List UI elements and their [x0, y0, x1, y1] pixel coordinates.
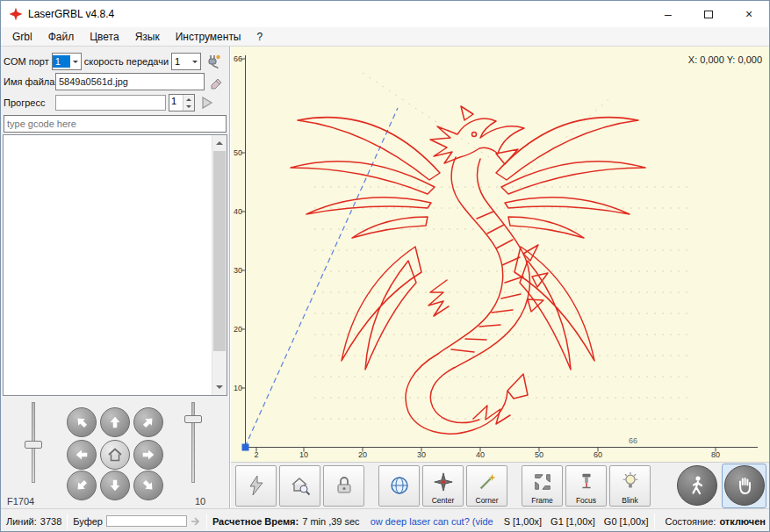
clear-file-button[interactable] — [207, 72, 227, 91]
menu-grbl[interactable]: Grbl — [4, 31, 40, 43]
image-extent-label: 66 — [629, 436, 637, 445]
jog-south-west-button[interactable] — [67, 471, 97, 500]
start-program-button[interactable] — [198, 93, 217, 112]
send-icon — [191, 516, 201, 527]
progress-bar — [55, 95, 166, 111]
jog-home-button[interactable] — [100, 440, 130, 470]
gcode-command-input[interactable] — [4, 115, 227, 133]
ruler-label: 60 — [594, 450, 602, 459]
laser-power-button[interactable] — [235, 465, 277, 507]
chevron-down-icon — [70, 54, 81, 69]
home-icon — [106, 446, 124, 464]
arrow-east-icon — [140, 447, 156, 463]
abort-job-button[interactable] — [724, 465, 765, 506]
frame-button-label: Frame — [522, 496, 562, 505]
baud-rate-label: скорость передачи — [84, 56, 169, 67]
abort-button-wrap — [722, 464, 766, 508]
ruler-label: 40 — [476, 450, 485, 459]
eraser-icon — [209, 74, 225, 90]
compass-icon — [433, 471, 454, 492]
buffer-section: Буфер — [68, 509, 206, 532]
jog-north-west-button[interactable] — [67, 407, 97, 437]
ruler-label: 20 — [234, 325, 242, 334]
help-link[interactable]: ow deep laser can cut? (vide — [365, 509, 499, 532]
menu-language[interactable]: Язык — [127, 31, 168, 43]
progress-row: Прогресс 1 — [4, 93, 227, 112]
g0-override-value[interactable]: G0 [1,00x] — [604, 516, 649, 527]
run-job-button[interactable] — [677, 465, 717, 506]
window-title: LaserGRBL v4.8.4 — [28, 8, 114, 20]
globe-button[interactable] — [378, 465, 420, 507]
ruler-label: 10 — [299, 450, 308, 459]
status-divider — [654, 514, 655, 529]
step-slider[interactable] — [191, 402, 195, 483]
com-port-select[interactable]: 1 — [52, 53, 82, 70]
com-port-value: 1 — [53, 55, 70, 68]
scrollbar-thumb[interactable] — [213, 151, 226, 351]
walking-person-icon — [686, 474, 709, 497]
jog-north-east-button[interactable] — [133, 407, 163, 437]
jog-north-button[interactable] — [100, 407, 130, 437]
frame-button[interactable]: Frame — [522, 465, 563, 507]
jog-south-east-button[interactable] — [133, 471, 163, 500]
g1-override-value[interactable]: G1 [1,00x] — [551, 516, 595, 527]
arrow-south-icon — [107, 478, 123, 493]
blink-button[interactable]: Blink — [609, 465, 651, 507]
command-log[interactable] — [3, 134, 227, 396]
scroll-up-icon[interactable] — [212, 135, 227, 150]
baud-rate-select[interactable]: 1 — [171, 53, 201, 70]
stepper-up-icon[interactable] — [184, 95, 194, 103]
loop-count-value: 1 — [169, 95, 183, 111]
step-slider-thumb[interactable] — [184, 415, 202, 423]
jog-west-button[interactable] — [67, 440, 97, 470]
light-bulb-icon — [620, 471, 641, 492]
stepper-arrows[interactable] — [183, 95, 194, 111]
ruler-label: 40 — [234, 207, 242, 216]
close-button[interactable]: × — [729, 1, 769, 27]
ruler-labels: 66 50 40 30 20 10 2 10 20 30 40 50 60 80… — [234, 54, 720, 459]
focus-button[interactable]: Focus — [565, 465, 607, 507]
arrow-north-icon — [107, 414, 123, 430]
scroll-down-icon[interactable] — [212, 380, 227, 395]
connect-button[interactable] — [204, 52, 223, 71]
minimize-button[interactable]: – — [648, 1, 688, 27]
menu-file[interactable]: Файл — [40, 31, 83, 43]
lock-button[interactable] — [323, 465, 364, 507]
lasergrbl-window: { "window": { "title": "LaserGRBL v4.8.4… — [0, 0, 770, 532]
ruler-label: 2 — [254, 450, 258, 459]
dragon-engraving-preview — [291, 106, 645, 434]
menu-tools[interactable]: Инструменты — [168, 31, 249, 43]
app-logo-icon — [9, 7, 23, 21]
feed-slider-thumb[interactable] — [25, 441, 42, 449]
zoom-to-image-button[interactable] — [279, 465, 320, 507]
jog-south-button[interactable] — [100, 471, 130, 500]
lightning-icon — [245, 474, 268, 497]
hand-stop-icon — [733, 474, 756, 497]
laser-head-icon — [576, 471, 597, 492]
connection-state-label: Состояние: — [665, 516, 716, 527]
center-position-button[interactable]: Center — [422, 465, 464, 507]
progress-label: Прогресс — [4, 97, 53, 108]
wand-icon — [477, 471, 498, 492]
corner-position-button[interactable]: Corner — [466, 465, 507, 507]
ruler-label: 30 — [234, 266, 242, 275]
preview-canvas: 66 50 40 30 20 10 2 10 20 30 40 50 60 80… — [231, 47, 770, 462]
menu-bar: Grbl Файл Цвета Язык Инструменты ? — [1, 27, 769, 47]
run-button-wrap — [674, 464, 719, 508]
status-bar: Линий: 3738 Буфер Расчетное Время: 7 min… — [1, 508, 770, 532]
menu-colors[interactable]: Цвета — [82, 31, 126, 43]
jog-east-button[interactable] — [133, 440, 163, 470]
arrow-north-west-icon — [70, 411, 92, 433]
maximize-button[interactable] — [688, 1, 729, 27]
travel-path-line — [245, 108, 398, 447]
log-scrollbar[interactable] — [212, 135, 227, 395]
focus-button-label: Focus — [566, 496, 606, 505]
filename-field[interactable] — [55, 73, 205, 90]
stepper-down-icon[interactable] — [184, 103, 194, 111]
loop-count-stepper[interactable]: 1 — [169, 94, 195, 111]
file-row: Имя файла — [4, 72, 227, 91]
s-override-value[interactable]: S [1,00x] — [504, 516, 542, 527]
menu-help[interactable]: ? — [249, 31, 271, 43]
engraving-preview-area[interactable]: 66 50 40 30 20 10 2 10 20 30 40 50 60 80… — [231, 47, 770, 462]
preview-toolbar: Center Corner Frame Focus Blink — [231, 462, 770, 508]
